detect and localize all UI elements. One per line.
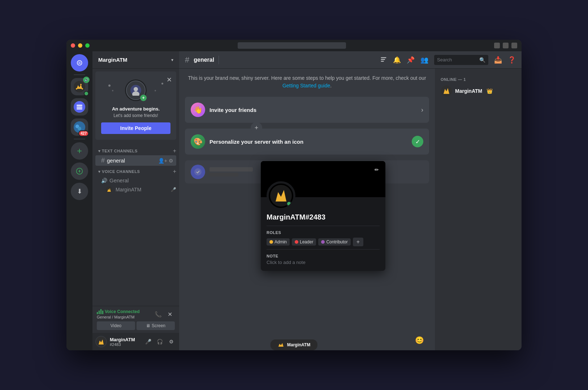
video-button[interactable]: Video <box>97 321 135 330</box>
screen-label: Screen <box>152 323 165 328</box>
minimize-button[interactable] <box>78 43 82 48</box>
invite-card-arrow-icon: › <box>421 106 423 114</box>
rail-divider-2 <box>74 139 85 139</box>
svg-point-19 <box>105 186 113 193</box>
channel-icons: 👤+ ⚙ <box>158 158 173 164</box>
leader-role-dot <box>295 240 298 244</box>
voice-connected-text: Voice Connected <box>105 309 139 314</box>
voice-connected-header: Voice Connected General / MarginATM 📞 ✕ <box>97 309 175 319</box>
voice-user-avatar-icon <box>105 186 113 193</box>
svg-rect-8 <box>77 108 82 109</box>
add-content-button[interactable]: + <box>251 122 262 134</box>
invite-card-title: Invite your friends <box>209 107 417 113</box>
server-header[interactable]: MarginATM ▾ <box>92 51 179 69</box>
dock-label: MarginATM <box>287 342 310 347</box>
help-button[interactable]: ❓ <box>508 56 516 64</box>
threads-button[interactable] <box>380 56 387 64</box>
add-voice-channel-button[interactable]: + <box>173 168 176 175</box>
bell-button[interactable]: 🔔 <box>393 56 401 64</box>
action-card-invite[interactable]: 👋 Invite your friends › <box>185 97 429 123</box>
note-text[interactable]: Click to add a note <box>267 260 380 265</box>
user-action-buttons: 🎤 🎧 ⚙ <box>143 337 176 347</box>
add-role-button[interactable]: + <box>353 238 363 246</box>
threads-icon <box>380 56 387 64</box>
profile-divider-2 <box>267 249 380 250</box>
deco-dot-1 <box>108 84 111 87</box>
mac-window: ⊜ 🔊 <box>66 40 522 350</box>
profile-edit-button[interactable]: ✏ <box>371 164 382 176</box>
voice-status-label: Voice Connected <box>97 309 139 314</box>
user-panel: MarginATM #2483 🎤 🎧 ⚙ <box>92 333 179 350</box>
voice-indicator: 🔊 <box>83 77 90 83</box>
server-icon-3-wrapper: 427 <box>71 118 88 136</box>
discord-logo-icon: ⊜ <box>76 58 83 68</box>
description-text: This is your brand new, shiny server. He… <box>188 75 426 81</box>
waveform-icon <box>97 309 103 314</box>
popup-avatar: + <box>125 79 147 101</box>
server-icon-home[interactable]: ⊜ <box>71 54 88 72</box>
voice-user-marginatm[interactable]: MarginATM 🎤 <box>92 185 179 194</box>
profile-popup-avatar <box>267 181 295 210</box>
partial-card-icon <box>191 165 205 179</box>
action-card-personalize[interactable]: 🎨 Personalize your server with an icon ✓ <box>185 129 429 155</box>
user-name-label: MarginATM <box>110 337 140 342</box>
headset-button[interactable]: 🎧 <box>155 337 165 347</box>
getting-started-description: This is your brand new, shiny server. He… <box>185 74 429 90</box>
member-item-marginatm[interactable]: MarginATM 👑 <box>438 83 519 99</box>
svg-point-21 <box>96 337 106 347</box>
search-bar[interactable]: Search 🔍 <box>434 55 488 65</box>
traffic-lights <box>71 43 90 48</box>
server-icon-2[interactable] <box>71 98 88 116</box>
voice-channel-name: General <box>109 177 173 183</box>
voice-phone-icon[interactable]: 📞 <box>153 309 163 319</box>
voice-disconnect-icon[interactable]: ✕ <box>165 309 175 319</box>
user-settings-button[interactable]: ⚙ <box>166 337 176 347</box>
server-rail: ⊜ 🔊 <box>66 51 92 350</box>
members-online-label: ONLINE — 1 <box>438 74 519 83</box>
user-discrim-label: #2483 <box>110 342 140 347</box>
mute-microphone-button[interactable]: 🎤 <box>143 337 153 347</box>
svg-rect-7 <box>77 107 82 108</box>
server-icon-margin-wrapper: 🔊 <box>71 78 88 95</box>
voice-channel-general[interactable]: 🔊 General <box>95 176 176 185</box>
channel-item-general[interactable]: # general 👤+ ⚙ <box>95 155 176 166</box>
members-button[interactable]: 👥 <box>420 56 428 64</box>
add-server-button[interactable]: + <box>71 142 88 160</box>
svg-point-0 <box>74 81 85 92</box>
add-user-icon[interactable]: 👤+ <box>158 158 167 164</box>
voice-location-text: General / MarginATM <box>97 315 139 319</box>
title-bar-right <box>494 43 517 48</box>
server-badge-3: 427 <box>78 130 89 136</box>
voice-connected-bar: Voice Connected General / MarginATM 📞 ✕ … <box>92 306 179 333</box>
dock-crown-icon <box>278 342 284 348</box>
speaker-icon: 🔊 <box>101 178 107 183</box>
member-avatar-icon <box>441 85 452 97</box>
screen-share-button[interactable]: 🖥 Screen <box>137 321 175 330</box>
title-bar <box>66 40 522 51</box>
settings-icon[interactable]: ⚙ <box>169 158 173 164</box>
category-text-channels[interactable]: ▾ TEXT CHANNELS + <box>92 146 179 155</box>
invite-card-text: Invite your friends <box>209 107 417 113</box>
waveform-bar-2 <box>99 311 100 314</box>
invite-people-button[interactable]: Invite People <box>101 122 170 134</box>
category-voice-channels[interactable]: ▾ VOICE CHANNELS + <box>92 166 179 176</box>
dock-bar: MarginATM <box>271 339 317 350</box>
popup-title: An adventure begins. <box>101 106 170 112</box>
chat-header: # general 🔔 📌 👥 Search <box>179 51 522 69</box>
emoji-button[interactable]: 😊 <box>415 336 424 344</box>
svg-rect-25 <box>381 61 384 62</box>
member-avatar-marginatm <box>441 85 452 97</box>
header-divider <box>219 56 219 64</box>
roles-list: Admin Leader Contributor + <box>267 238 380 246</box>
pin-button[interactable]: 📌 <box>407 56 415 64</box>
role-contributor: Contributor <box>318 238 350 246</box>
voice-action-buttons: Video 🖥 Screen <box>97 321 175 330</box>
maximize-button[interactable] <box>85 43 90 48</box>
download-button[interactable]: ⬇ <box>71 183 88 200</box>
close-button[interactable] <box>71 43 75 48</box>
add-text-channel-button[interactable]: + <box>173 148 176 154</box>
inbox-button[interactable]: 📥 <box>494 56 502 64</box>
explore-button[interactable] <box>71 162 88 180</box>
getting-started-link[interactable]: Getting Started guide <box>282 83 330 88</box>
title-bar-url <box>90 42 494 49</box>
